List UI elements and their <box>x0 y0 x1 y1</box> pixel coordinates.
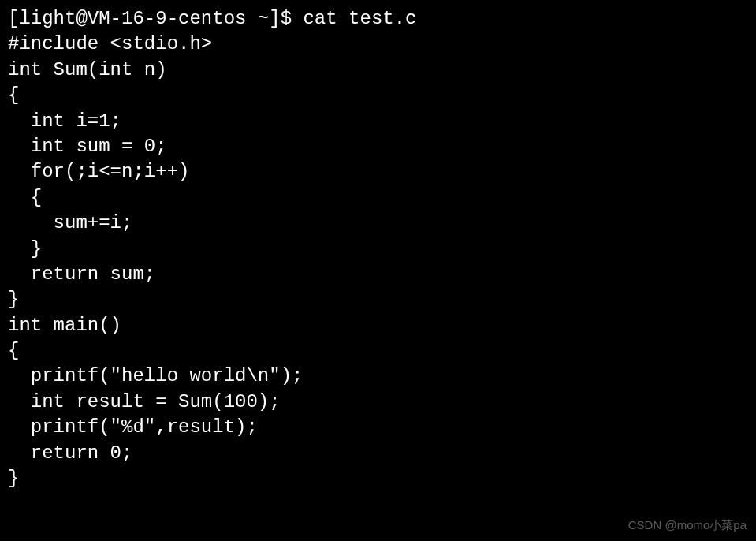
prompt-line: [light@VM-16-9-centos ~]$ cat test.c <box>8 6 748 32</box>
code-line: int Sum(int n) <box>8 58 748 83</box>
watermark-text: CSDN @momo小菜pa <box>628 517 747 533</box>
code-line: { <box>8 83 748 108</box>
code-line: int result = Sum(100); <box>8 390 748 415</box>
code-line: int main() <box>8 313 748 338</box>
code-line: int sum = 0; <box>8 134 748 159</box>
code-line: printf("hello world\n"); <box>8 364 748 389</box>
code-line: for(;i<=n;i++) <box>8 159 748 185</box>
code-line: printf("%d",result); <box>8 415 748 440</box>
code-line: sum+=i; <box>8 211 748 236</box>
code-line: } <box>8 287 748 312</box>
code-line: #include <stdio.h> <box>8 32 748 57</box>
code-line: } <box>8 466 748 491</box>
code-line: return 0; <box>8 441 748 466</box>
code-line: } <box>8 237 748 262</box>
code-line: return sum; <box>8 262 748 287</box>
terminal-output[interactable]: [light@VM-16-9-centos ~]$ cat test.c #in… <box>8 6 748 491</box>
code-line: int i=1; <box>8 109 748 134</box>
code-line: { <box>8 185 748 211</box>
code-line: { <box>8 338 748 364</box>
